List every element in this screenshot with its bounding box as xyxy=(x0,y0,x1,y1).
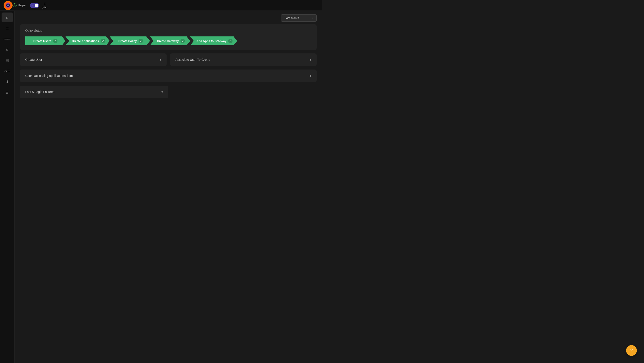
addapp-icon: ⊞ xyxy=(6,91,8,94)
helper-button[interactable]: ◎ Helper xyxy=(12,3,26,7)
create-user-panel: Create User ▾ xyxy=(20,53,166,66)
logo-dot xyxy=(7,4,9,6)
user-label: john xyxy=(42,6,47,9)
step-create-users[interactable]: Create Users ✓ xyxy=(25,36,66,45)
create-user-title: Create User xyxy=(25,58,42,61)
login-failures-panel: Last 5 Login Failures ▾ xyxy=(20,86,168,98)
two-col-panels: Create User ▾ Associate User To Group ▾ xyxy=(20,53,317,66)
step-create-applications[interactable]: Create Applications ✓ xyxy=(66,36,110,45)
sidebar-item-logs[interactable]: ▤ xyxy=(2,55,13,65)
create-user-chevron: ▾ xyxy=(160,58,161,61)
dark-mode-toggle[interactable]: ☽ xyxy=(30,3,39,8)
users-accessing-panel: Users accessing applications from ▾ xyxy=(20,69,317,82)
step-create-gateway-check: ✓ xyxy=(180,39,185,43)
step-create-users-label: Create Users xyxy=(33,39,51,43)
login-failures-chevron: ▾ xyxy=(162,90,163,94)
quick-setup-title: Quick Setup xyxy=(25,29,311,32)
sidebar-item-settings[interactable]: ⚙☰ xyxy=(2,66,13,76)
login-failures-title: Last 5 Login Failures xyxy=(25,90,54,94)
layout: ⌂ ☰ ●●●●●●●●● ⚙ ▤ ⚙☰ ⬇ ⊞ Last M xyxy=(0,11,322,363)
sidebar-item-apps[interactable]: ●●●●●●●●● xyxy=(2,34,13,44)
step-add-apps-to-gateway[interactable]: Add Apps to Gateway ✓ xyxy=(190,36,237,45)
apps-icon: ●●●●●●●●● xyxy=(2,38,13,40)
grid-icon: ⊞ xyxy=(44,2,46,6)
check-icon-1: ✓ xyxy=(54,39,56,42)
step-create-policy[interactable]: Create Policy ✓ xyxy=(110,36,150,45)
associate-user-header[interactable]: Associate User To Group ▾ xyxy=(176,58,312,61)
steps-container: Create Users ✓ Create Applications ✓ Cre… xyxy=(25,36,311,45)
create-user-header[interactable]: Create User ▾ xyxy=(25,58,161,61)
settings-icon: ⚙☰ xyxy=(4,69,10,73)
user-area[interactable]: ⊞ john xyxy=(42,2,47,9)
sidebar-item-users[interactable]: ☰ xyxy=(2,23,13,33)
moon-icon: ☽ xyxy=(31,3,34,6)
logs-icon: ▤ xyxy=(6,58,9,62)
step-create-policy-label: Create Policy xyxy=(118,39,137,43)
check-icon-3: ✓ xyxy=(140,39,142,42)
step-create-applications-check: ✓ xyxy=(101,39,105,43)
time-filter-dropdown[interactable]: Last Month ▾ xyxy=(281,14,317,22)
time-filter-bar: Last Month ▾ xyxy=(20,14,317,22)
chevron-down-icon: ▾ xyxy=(312,17,313,19)
step-create-gateway[interactable]: Create Gateway ✓ xyxy=(150,36,190,45)
logo[interactable] xyxy=(4,1,12,10)
users-accessing-chevron: ▾ xyxy=(310,74,311,77)
associate-user-chevron: ▾ xyxy=(310,58,311,61)
users-icon: ☰ xyxy=(6,26,9,30)
step-add-apps-check: ✓ xyxy=(228,39,232,43)
sidebar-item-identity[interactable]: ⚙ xyxy=(2,45,13,54)
identity-icon: ⚙ xyxy=(6,48,9,51)
helper-label: Helper xyxy=(18,3,26,7)
associate-user-panel: Associate User To Group ▾ xyxy=(170,53,317,66)
topbar: ◎ Helper ☽ ⊞ john xyxy=(0,0,322,11)
sidebar: ⌂ ☰ ●●●●●●●●● ⚙ ▤ ⚙☰ ⬇ ⊞ xyxy=(0,11,14,363)
login-failures-header[interactable]: Last 5 Login Failures ▾ xyxy=(25,90,163,94)
associate-user-title: Associate User To Group xyxy=(176,58,210,61)
check-icon-4: ✓ xyxy=(182,39,184,42)
users-accessing-title: Users accessing applications from xyxy=(25,74,73,77)
users-accessing-header[interactable]: Users accessing applications from ▾ xyxy=(25,74,311,77)
download-icon: ⬇ xyxy=(6,80,9,84)
home-icon: ⌂ xyxy=(6,15,8,20)
step-add-apps-label: Add Apps to Gateway xyxy=(196,39,226,43)
main-content: Last Month ▾ Quick Setup Create Users ✓ … xyxy=(14,11,322,363)
sidebar-item-download[interactable]: ⬇ xyxy=(2,77,13,87)
time-filter-label: Last Month xyxy=(285,16,299,20)
quick-setup-card: Quick Setup Create Users ✓ Create Applic… xyxy=(20,24,317,50)
step-create-applications-label: Create Applications xyxy=(72,39,99,43)
topbar-right: ◎ Helper ☽ ⊞ john xyxy=(12,2,47,9)
step-create-gateway-label: Create Gateway xyxy=(157,39,179,43)
check-icon-2: ✓ xyxy=(102,39,104,42)
helper-icon: ◎ xyxy=(12,3,16,7)
step-create-users-check: ✓ xyxy=(53,39,58,43)
step-create-policy-check: ✓ xyxy=(139,39,143,43)
logo-inner xyxy=(6,3,10,7)
check-icon-5: ✓ xyxy=(230,39,232,42)
sidebar-item-addapp[interactable]: ⊞ xyxy=(2,88,13,97)
sidebar-item-home[interactable]: ⌂ xyxy=(2,12,13,22)
